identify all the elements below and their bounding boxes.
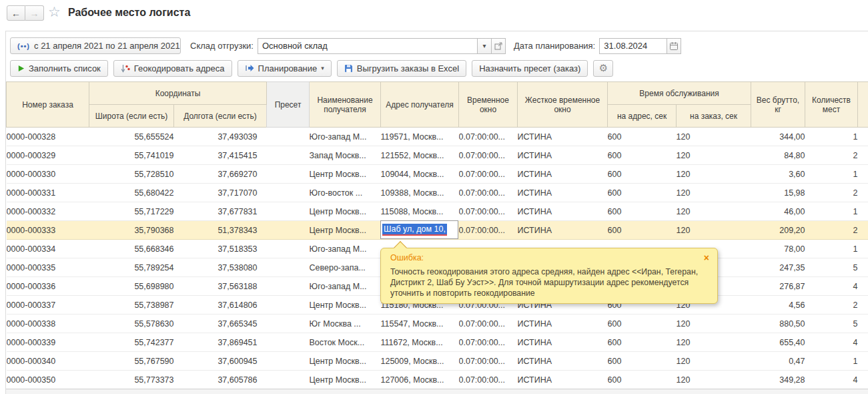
cell-preset[interactable] — [267, 258, 310, 277]
cell-gross-weight[interactable]: 46,00 — [751, 202, 805, 221]
cell-longitude[interactable]: 37,665345 — [174, 315, 267, 333]
cell-recipient-name[interactable]: Юг Москва ... — [310, 315, 381, 333]
planning-menu-button[interactable]: Планирование ▾ — [238, 60, 332, 77]
cell-latitude[interactable]: 55,738987 — [89, 296, 174, 315]
cell-per-address[interactable]: 600 — [608, 165, 677, 184]
cell-latitude[interactable]: 55,767590 — [89, 352, 174, 371]
cell-latitude[interactable]: 55,741019 — [89, 146, 174, 165]
cell-longitude[interactable]: 37,677831 — [174, 202, 267, 221]
cell-preset[interactable] — [267, 128, 310, 146]
cell-order-number[interactable]: 0000-000336 — [7, 277, 89, 296]
cell-recipient-address[interactable]: 109388, Москв... — [381, 184, 459, 202]
cell-hard-time-window[interactable]: ИСТИНА — [518, 352, 608, 371]
export-excel-button[interactable]: Выгрузить заказы в Excel — [337, 60, 466, 77]
cell-per-address[interactable]: 600 — [608, 221, 677, 240]
cell-latitude[interactable]: 55,742377 — [89, 333, 174, 352]
cell-per-order[interactable]: 120 — [677, 202, 751, 221]
cell-hard-time-window[interactable]: ИСТИНА — [518, 202, 608, 221]
cell-places-count[interactable]: 2 — [805, 146, 858, 165]
cell-places-count[interactable]: 4 — [805, 333, 858, 352]
cell-hard-time-window[interactable]: ИСТИНА — [518, 315, 608, 333]
cell-latitude[interactable]: 55,728510 — [89, 165, 174, 184]
favorite-star-icon[interactable]: ☆ — [48, 4, 61, 20]
cell-latitude[interactable]: 55,655524 — [89, 128, 174, 146]
cell-latitude[interactable]: 55,773373 — [89, 371, 174, 389]
cell-longitude[interactable]: 37,614806 — [174, 296, 267, 315]
cell-gross-weight[interactable]: 84,80 — [751, 146, 805, 165]
forward-button[interactable]: → — [25, 5, 44, 21]
cell-longitude[interactable]: 51,378343 — [174, 221, 267, 240]
cell-latitude[interactable]: 55,680422 — [89, 184, 174, 202]
cell-time-window[interactable]: 0.07:00:00... — [459, 371, 518, 389]
cell-recipient-name[interactable]: Юго-запад М... — [310, 128, 381, 146]
cell-places-count[interactable]: 4 — [805, 277, 858, 296]
cell-per-address[interactable]: 600 — [608, 202, 677, 221]
cell-recipient-address[interactable]: 115547, Москв... — [381, 315, 459, 333]
cell-latitude[interactable]: 55,717229 — [89, 202, 174, 221]
settings-button[interactable]: ⚙ — [593, 60, 613, 77]
cell-gross-weight[interactable]: 344,00 — [751, 128, 805, 146]
cell-preset[interactable] — [267, 333, 310, 352]
cell-per-address[interactable]: 600 — [608, 146, 677, 165]
table-row[interactable]: 0000-000331 55,680422 37,717070 Юго-вост… — [7, 184, 868, 202]
cell-gross-weight[interactable]: 655,40 — [751, 333, 805, 352]
cell-gross-weight[interactable]: 880,50 — [751, 315, 805, 333]
cell-preset[interactable] — [267, 146, 310, 165]
cell-preset[interactable] — [267, 315, 310, 333]
close-icon[interactable]: × — [704, 254, 709, 262]
cell-places-count[interactable]: 1 — [805, 202, 858, 221]
table-row[interactable]: 0000-000339 55,742377 37,869451 Восток М… — [7, 333, 868, 352]
cell-places-count[interactable]: 1 — [805, 240, 858, 258]
cell-order-number[interactable]: 0000-000339 — [7, 333, 89, 352]
cell-gross-weight[interactable]: 349,28 — [751, 371, 805, 389]
cell-order-number[interactable]: 0000-000350 — [7, 371, 89, 389]
table-row[interactable]: 0000-000330 55,728510 37,669270 Центр Мо… — [7, 165, 868, 184]
cell-order-number[interactable]: 0000-000334 — [7, 240, 89, 258]
assign-preset-button[interactable]: Назначить пресет (заказ) — [472, 60, 588, 77]
cell-gross-weight[interactable]: 0,47 — [751, 352, 805, 371]
cell-per-order[interactable]: 120 — [677, 128, 751, 146]
cell-recipient-address[interactable]: 115088, Москв... — [381, 202, 459, 221]
cell-per-order[interactable]: 120 — [677, 371, 751, 389]
cell-time-window[interactable]: 0.07:00:00... — [459, 202, 518, 221]
cell-recipient-name[interactable]: Восток Моск... — [310, 333, 381, 352]
cell-preset[interactable] — [267, 202, 310, 221]
cell-latitude[interactable]: 35,790368 — [89, 221, 174, 240]
cell-gross-weight[interactable]: 209,20 — [751, 221, 805, 240]
cell-per-address[interactable]: 600 — [608, 315, 677, 333]
warehouse-dropdown-button[interactable]: ▾ — [478, 38, 492, 54]
cell-hard-time-window[interactable]: ИСТИНА — [518, 128, 608, 146]
cell-preset[interactable] — [267, 240, 310, 258]
cell-recipient-address[interactable]: 111672, Москв... — [381, 333, 459, 352]
cell-hard-time-window[interactable]: ИСТИНА — [518, 221, 608, 240]
cell-longitude[interactable]: 37,717070 — [174, 184, 267, 202]
table-row[interactable]: 0000-000338 55,578630 37,665345 Юг Москв… — [7, 315, 868, 333]
cell-preset[interactable] — [267, 352, 310, 371]
cell-time-window[interactable]: 0.07:00:00... — [459, 221, 518, 240]
cell-time-window[interactable]: 0.07:00:00... — [459, 333, 518, 352]
cell-per-order[interactable]: 120 — [677, 165, 751, 184]
table-row[interactable]: 0000-000350 55,773373 37,605786 Центр Мо… — [7, 371, 868, 389]
cell-per-address[interactable]: 600 — [608, 333, 677, 352]
cell-recipient-name[interactable]: Юго-запад М... — [310, 277, 381, 296]
cell-latitude[interactable]: 55,578630 — [89, 315, 174, 333]
cell-recipient-name[interactable]: Центр Москв... — [310, 352, 381, 371]
cell-longitude[interactable]: 37,563188 — [174, 277, 267, 296]
cell-longitude[interactable]: 37,538080 — [174, 258, 267, 277]
cell-recipient-name[interactable]: Центр Москв... — [310, 221, 381, 240]
cell-recipient-address[interactable]: 109044, Москв... — [381, 165, 459, 184]
cell-gross-weight[interactable]: 78,00 — [751, 240, 805, 258]
cell-places-count[interactable]: 5 — [805, 258, 858, 277]
cell-per-order[interactable]: 120 — [677, 221, 751, 240]
cell-hard-time-window[interactable]: ИСТИНА — [518, 333, 608, 352]
table-row[interactable]: 0000-000328 55,655524 37,493039 Юго-запа… — [7, 128, 868, 146]
cell-order-number[interactable]: 0000-000328 — [7, 128, 89, 146]
cell-hard-time-window[interactable]: ИСТИНА — [518, 165, 608, 184]
cell-places-count[interactable]: 5 — [805, 315, 858, 333]
geocode-button[interactable]: Геокодировать адреса — [113, 60, 232, 77]
cell-time-window[interactable]: 0.07:00:00... — [459, 128, 518, 146]
cell-order-number[interactable]: 0000-000333 — [7, 221, 89, 240]
cell-time-window[interactable]: 0.07:00:00... — [459, 165, 518, 184]
warehouse-open-button[interactable] — [492, 38, 506, 54]
table-row[interactable]: 0000-000329 55,741019 37,415415 Запад Мо… — [7, 146, 868, 165]
